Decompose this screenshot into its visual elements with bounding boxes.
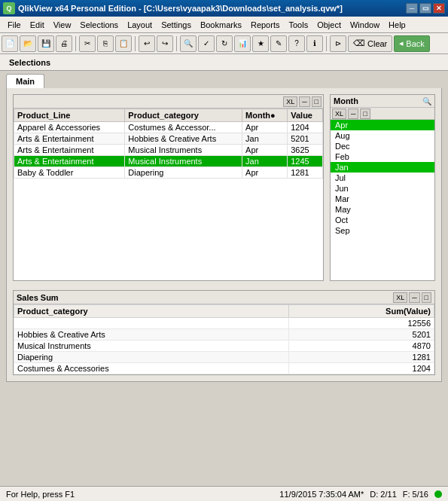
undo-button[interactable]: ↩ (139, 35, 155, 52)
close-button[interactable]: ✕ (433, 3, 445, 14)
month-toolbar: XL ─ □ (331, 108, 434, 120)
cell-product-category: Hobbies & Creative Arts (125, 133, 242, 145)
save-button[interactable]: 💾 (38, 35, 54, 52)
tab-main[interactable]: Main (6, 74, 44, 88)
month-xl-button[interactable]: XL (332, 108, 346, 119)
clear-label: Clear (367, 39, 387, 48)
table-row[interactable]: Arts & Entertainment Musical Instruments… (14, 156, 323, 167)
col-product-category[interactable]: Product_category (125, 109, 242, 122)
open-button[interactable]: 📂 (20, 35, 36, 52)
sales-xl-button[interactable]: XL (393, 292, 407, 303)
sales-sum-value: 5201 (289, 329, 434, 341)
main-data-table: Product_Line Product_category Month● Val… (14, 108, 323, 179)
sales-row[interactable]: Hobbies & Creative Arts 5201 (14, 329, 434, 341)
sales-sum-value: 1281 (289, 352, 434, 363)
dt-close-button[interactable]: □ (312, 96, 322, 107)
cell-month: Jan (242, 133, 288, 145)
info-button[interactable]: ℹ (306, 35, 323, 52)
cell-product-category: Diapering (125, 167, 242, 179)
month-item[interactable]: Apr (331, 120, 434, 130)
table-row[interactable]: Baby & Toddler Diapering Apr 1281 (14, 167, 323, 179)
cell-value: 1281 (288, 167, 323, 179)
sales-category: Musical Instruments (14, 341, 289, 352)
menu-settings[interactable]: Settings (157, 19, 196, 31)
month-item[interactable]: Mar (331, 194, 434, 204)
cell-product-line: Arts & Entertainment (14, 133, 125, 145)
menu-tools[interactable]: Tools (284, 19, 312, 31)
col-month[interactable]: Month● (242, 109, 288, 122)
help-button[interactable]: ? (288, 35, 305, 52)
menu-view[interactable]: View (49, 19, 76, 31)
month-item[interactable]: Sep (331, 225, 434, 236)
window-controls: ─ ▭ ✕ (406, 3, 445, 14)
selections-label: Selections (6, 58, 53, 67)
menu-edit[interactable]: Edit (26, 19, 49, 31)
sales-col-sum[interactable]: Sum(Value) (289, 305, 434, 318)
clear-button[interactable]: ⌫ Clear (348, 35, 392, 52)
menu-file[interactable]: File (3, 19, 26, 31)
table-row[interactable]: Arts & Entertainment Hobbies & Creative … (14, 133, 323, 145)
selections-toolbar: Selections (0, 54, 448, 71)
month-item[interactable]: Dec (331, 141, 434, 151)
cell-product-line: Arts & Entertainment (14, 156, 125, 167)
menu-selections[interactable]: Selections (75, 19, 123, 31)
menu-layout[interactable]: Layout (123, 19, 157, 31)
col-product-line[interactable]: Product_Line (14, 109, 125, 122)
month-item[interactable]: Aug (331, 130, 434, 141)
sales-col-category[interactable]: Product_category (14, 305, 289, 318)
cell-product-line: Baby & Toddler (14, 167, 125, 179)
col-value[interactable]: Value (288, 109, 323, 122)
table-row[interactable]: Arts & Entertainment Musical Instruments… (14, 145, 323, 156)
copy-button[interactable]: ⎘ (97, 35, 114, 52)
dt-xl-button[interactable]: XL (283, 96, 297, 107)
month-minus-button[interactable]: ─ (348, 108, 358, 119)
search-button[interactable]: 🔍 (180, 35, 197, 52)
redo-button[interactable]: ↪ (157, 35, 173, 52)
menu-window[interactable]: Window (346, 19, 384, 31)
paste-button[interactable]: 📋 (115, 35, 132, 52)
sales-header-row: Sales Sum XL ─ □ (14, 291, 434, 304)
app-icon: Q (3, 2, 15, 14)
sales-sum-section: Sales Sum XL ─ □ Product_category Sum(Va… (13, 290, 435, 375)
month-close-button[interactable]: □ (360, 108, 370, 119)
sales-minus-button[interactable]: ─ (409, 292, 419, 303)
month-item[interactable]: Jan (331, 162, 434, 173)
month-item[interactable]: Jun (331, 183, 434, 194)
menu-bookmarks[interactable]: Bookmarks (196, 19, 246, 31)
month-item[interactable]: Jul (331, 173, 434, 183)
restore-button[interactable]: ▭ (419, 3, 431, 14)
status-bar: For Help, press F1 11/9/2015 7:35:04 AM*… (0, 486, 448, 501)
month-item[interactable]: Oct (331, 215, 434, 225)
sales-row[interactable]: Costumes & Accessories 1204 (14, 363, 434, 374)
chart-button[interactable]: 📊 (234, 35, 251, 52)
month-item[interactable]: May (331, 204, 434, 215)
edit2-button[interactable]: ✎ (270, 35, 287, 52)
sales-close-button[interactable]: □ (422, 292, 431, 303)
cell-product-line: Arts & Entertainment (14, 145, 125, 156)
cell-value: 1245 (288, 156, 323, 167)
star-button[interactable]: ★ (252, 35, 269, 52)
minimize-button[interactable]: ─ (406, 3, 418, 14)
sep2 (135, 36, 136, 51)
reload-button[interactable]: ↻ (216, 35, 233, 52)
table-row[interactable]: Apparel & Accessories Costumes & Accesso… (14, 122, 323, 133)
status-datetime: 11/9/2015 7:35:04 AM* (279, 490, 364, 499)
cell-product-category: Costumes & Accessor... (125, 122, 242, 133)
menu-reports[interactable]: Reports (246, 19, 285, 31)
sep4 (326, 36, 327, 51)
dt-minus-button[interactable]: ─ (299, 96, 309, 107)
sales-table: Product_category Sum(Value) 12556 Hobbie… (14, 304, 434, 374)
check-button[interactable]: ✓ (198, 35, 215, 52)
print-button[interactable]: 🖨 (56, 35, 72, 52)
menu-object[interactable]: Object (312, 19, 346, 31)
month-search-icon[interactable]: 🔍 (422, 97, 431, 105)
month-item[interactable]: Feb (331, 151, 434, 162)
new-button[interactable]: 📄 (2, 35, 18, 52)
sales-row[interactable]: Musical Instruments 4870 (14, 341, 434, 352)
sales-row[interactable]: Diapering 1281 (14, 352, 434, 363)
month-list: AprAugDecFebJanJulJunMarMayOctSep (331, 120, 434, 280)
nav-button[interactable]: ⊳ (330, 35, 346, 52)
back-button[interactable]: ◂ Back (394, 35, 429, 52)
cut-button[interactable]: ✂ (79, 35, 96, 52)
menu-help[interactable]: Help (384, 19, 410, 31)
